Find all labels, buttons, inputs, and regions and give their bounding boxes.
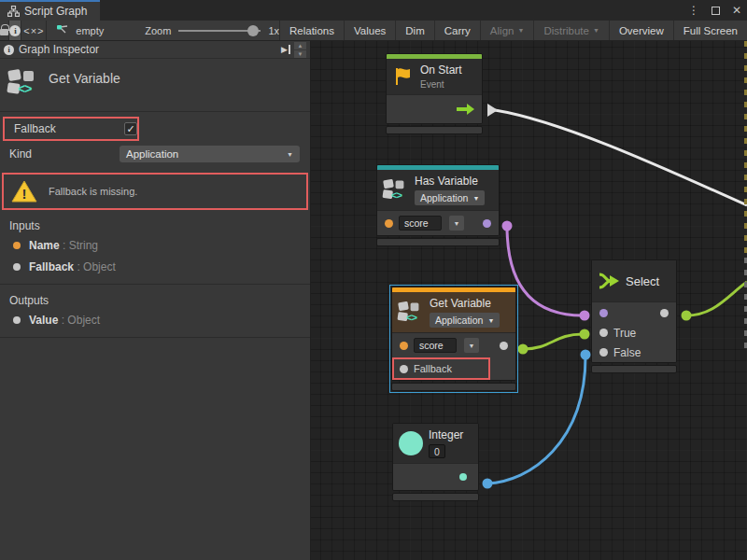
maximize-icon[interactable] <box>712 7 720 15</box>
name-input-port[interactable] <box>400 342 408 350</box>
node-title: Integer <box>429 428 463 441</box>
zoom-label: Zoom <box>145 25 171 36</box>
flow-wire-start <box>487 104 498 117</box>
wire-endpoint <box>580 311 590 321</box>
fallback-highlight-box <box>392 357 490 380</box>
fallback-checkbox[interactable]: ✓ <box>124 122 137 135</box>
carry-button[interactable]: Carry <box>434 21 480 40</box>
false-port-label: False <box>613 346 641 359</box>
true-port-label: True <box>613 327 636 340</box>
align-button: Align▼ <box>480 21 534 40</box>
node-get-variable[interactable]: <> Get Variable Application ▼ <box>391 287 516 391</box>
node-title: Has Variable <box>415 175 485 188</box>
scroll-down-icon[interactable]: ▼ <box>294 50 306 58</box>
values-button[interactable]: Values <box>344 21 395 40</box>
fallback-highlight-box: Fallback ✓ <box>3 117 139 141</box>
mini-graph-icon <box>56 24 70 36</box>
input-row: Name : String <box>0 234 310 256</box>
code-preview-button[interactable]: <×> <box>21 21 47 40</box>
scroll-up-icon[interactable]: ▲ <box>294 42 306 49</box>
node-on-start[interactable]: On Start Event <box>386 53 483 134</box>
value-output-port[interactable] <box>500 342 508 350</box>
relations-button[interactable]: Relations <box>279 21 344 40</box>
wire-purple <box>507 226 583 315</box>
variable-icon: <> <box>383 178 403 198</box>
warning-box: ! Fallback is missing. <box>2 173 308 210</box>
kind-row: Kind Application ▼ <box>0 144 310 164</box>
overview-button[interactable]: Overview <box>609 21 673 40</box>
variable-icon: <> <box>7 68 39 98</box>
inspector-title: Graph Inspector <box>19 43 99 56</box>
kind-label: Kind <box>9 147 120 161</box>
integer-output-port[interactable] <box>459 473 467 481</box>
dim-button[interactable]: Dim <box>395 21 433 40</box>
node-subtitle: Event <box>420 79 462 90</box>
unit-header: <> Get Variable <box>0 59 310 112</box>
variable-picker-button[interactable]: ▼ <box>449 216 464 231</box>
name-input-port[interactable] <box>385 219 393 228</box>
full-screen-button[interactable]: Full Screen <box>673 21 747 40</box>
inputs-section-title: Inputs <box>0 210 310 234</box>
variable-name-field[interactable]: score <box>414 338 457 353</box>
wire-endpoint <box>580 329 590 340</box>
variable-icon: <> <box>398 301 418 320</box>
lock-button[interactable] <box>0 21 9 40</box>
node-footer <box>591 365 677 373</box>
zoom-slider[interactable] <box>178 25 261 36</box>
node-footer <box>386 126 483 134</box>
variable-name-field[interactable]: score <box>399 216 442 231</box>
false-input-port[interactable] <box>599 348 608 357</box>
tab-strip: Script Graph ⋮ ✕ <box>0 0 747 21</box>
wire-endpoint <box>682 311 692 321</box>
warning-icon: ! <box>11 180 37 203</box>
chevron-down-icon: ▼ <box>469 343 475 349</box>
graph-reference-label: empty <box>76 25 104 36</box>
inspector-toggle-button[interactable]: i <box>9 21 21 40</box>
integer-value-field[interactable]: 0 <box>429 444 445 458</box>
wire-endpoint <box>502 221 513 231</box>
node-has-variable[interactable]: <> Has Variable Application ▼ <box>376 164 500 246</box>
graph-icon <box>7 6 20 17</box>
port-dot-gray <box>13 263 21 271</box>
flow-output-port[interactable] <box>456 104 474 115</box>
info-icon: i <box>9 25 21 36</box>
chevron-down-icon: ▼ <box>472 195 479 202</box>
toolbar-buttons: Relations Values Dim Carry Align▼ Distri… <box>279 21 747 40</box>
info-icon: i <box>4 45 14 55</box>
kebab-menu-icon[interactable]: ⋮ <box>688 4 699 17</box>
chevron-down-icon: ▼ <box>287 151 293 158</box>
close-icon[interactable]: ✕ <box>732 4 741 17</box>
flag-icon <box>392 65 415 88</box>
scrollbar[interactable]: ▲ ▼ <box>294 42 306 58</box>
node-integer[interactable]: Integer 0 <box>392 423 479 501</box>
window-controls: ⋮ ✕ <box>688 0 741 21</box>
variable-picker-button[interactable]: ▼ <box>464 338 479 353</box>
tab-script-graph[interactable]: Script Graph <box>0 0 100 21</box>
zoom-value: 1x <box>268 25 279 36</box>
zoom-control: Zoom 1x <box>145 25 279 36</box>
node-footer <box>392 493 479 501</box>
wire-white <box>495 110 747 205</box>
node-footer <box>376 238 500 246</box>
condition-input-port[interactable] <box>599 309 608 317</box>
dock-icon[interactable]: ▶ <box>281 45 290 54</box>
graph-reference[interactable]: empty <box>47 21 113 40</box>
wire-green <box>523 334 583 349</box>
selection-output-port[interactable] <box>660 309 669 317</box>
svg-text:!: ! <box>22 186 27 202</box>
graph-canvas[interactable]: On Start Event <box>311 41 747 560</box>
chevron-down-icon: ▼ <box>454 220 460 227</box>
bool-output-port[interactable] <box>483 219 491 228</box>
kind-dropdown[interactable]: Application ▼ <box>415 190 485 205</box>
distribute-button: Distribute▼ <box>533 21 609 40</box>
true-input-port[interactable] <box>599 329 608 337</box>
kind-dropdown[interactable]: Application ▼ <box>120 146 300 162</box>
outputs-section-title: Outputs <box>0 285 310 309</box>
zoom-slider-handle[interactable] <box>247 25 259 36</box>
wire-endpoint <box>483 479 493 489</box>
node-select[interactable]: Select True False <box>591 259 677 373</box>
inspector-header: i Graph Inspector ▶ ▲ ▼ <box>0 41 310 59</box>
warning-text: Fallback is missing. <box>49 186 137 197</box>
port-dot-orange <box>13 242 21 249</box>
divider <box>0 337 310 338</box>
